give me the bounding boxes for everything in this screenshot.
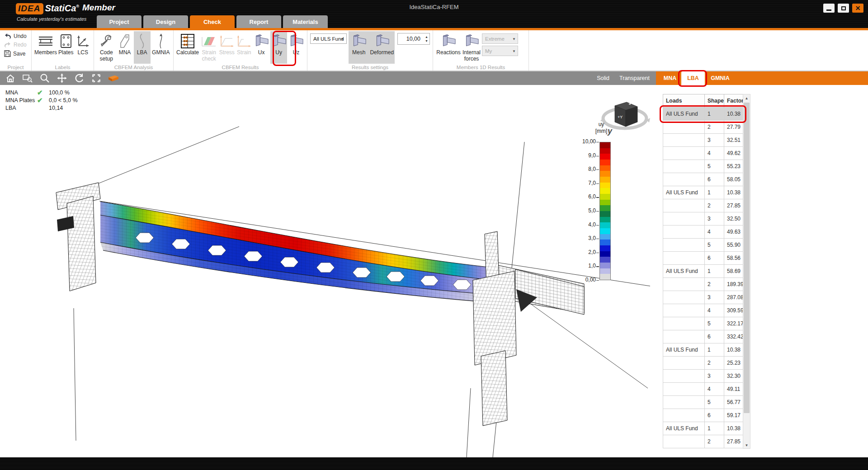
table-row[interactable]: All ULS Fund110.38	[663, 108, 745, 121]
tab-materials[interactable]: Materials	[283, 15, 328, 28]
table-row[interactable]: 4309.59	[663, 304, 745, 317]
extreme-combo[interactable]: Extreme▼	[482, 33, 518, 44]
tab-project[interactable]: Project	[97, 15, 142, 28]
strain-check-button[interactable]: Strain check	[200, 31, 218, 64]
reactions-button[interactable]: Reactions	[436, 31, 461, 64]
table-scrollbar[interactable]: ▲ ▼	[743, 94, 750, 449]
table-row[interactable]: 658.05	[663, 173, 745, 186]
table-cell: 5	[705, 239, 724, 252]
table-row[interactable]: 227.85	[663, 435, 745, 448]
load-case-combo[interactable]: All ULS Fund▼	[310, 33, 347, 44]
close-button[interactable]: ✕	[852, 4, 863, 13]
uz-button[interactable]: Uz	[288, 31, 304, 64]
table-cell: 3	[705, 291, 724, 304]
mesh-button[interactable]: Mesh	[349, 31, 369, 64]
gmnia-button[interactable]: GMNIA	[151, 31, 170, 64]
column-header-loads[interactable]: Loads	[663, 94, 705, 108]
uz-mesh-icon	[288, 33, 304, 50]
mna-button[interactable]: MNA	[117, 31, 132, 64]
table-row[interactable]: 6332.42	[663, 330, 745, 343]
panel-tab-mna[interactable]: MNA	[660, 71, 680, 85]
deformation-scale-spinner[interactable]: 10,00 ▲ ▼	[397, 33, 430, 45]
lba-button[interactable]: LBA	[134, 31, 151, 64]
table-row[interactable]: 659.17	[663, 409, 745, 422]
legend-band	[600, 194, 610, 200]
members-button[interactable]: Members	[34, 31, 57, 64]
zoom-window-button[interactable]	[21, 73, 34, 84]
redo-button[interactable]: Redo	[3, 41, 28, 48]
table-row[interactable]: All ULS Fund158.69	[663, 265, 745, 278]
table-row[interactable]: All ULS Fund110.38	[663, 186, 745, 199]
table-row[interactable]: 555.23	[663, 160, 745, 173]
minimize-button[interactable]	[823, 4, 835, 13]
table-row[interactable]: 555.90	[663, 239, 745, 252]
table-row[interactable]: 2189.39	[663, 278, 745, 291]
clipping-brick-button[interactable]	[107, 73, 120, 84]
tab-design[interactable]: Design	[143, 15, 188, 28]
table-row[interactable]: 449.11	[663, 383, 745, 396]
table-row[interactable]: 3287.08	[663, 291, 745, 304]
table-row[interactable]: 227.85	[663, 199, 745, 212]
scroll-down-icon[interactable]: ▼	[743, 442, 750, 449]
ux-button[interactable]: Ux	[253, 31, 269, 64]
table-row[interactable]: All ULS Fund110.38	[663, 343, 745, 357]
ux-mesh-icon	[253, 33, 269, 50]
table-row[interactable]: 556.77	[663, 396, 745, 409]
table-cell	[663, 317, 705, 330]
table-row[interactable]: 5322.17	[663, 317, 745, 330]
spinner-up-icon[interactable]: ▲	[425, 35, 428, 38]
table-cell	[663, 160, 705, 173]
maximize-button[interactable]	[838, 4, 849, 13]
uy-button[interactable]: Uy	[270, 31, 287, 64]
group-label-members-1d: Members 1D Results	[433, 65, 528, 70]
column-header-shape[interactable]: Shape	[705, 94, 724, 108]
table-row[interactable]: 658.56	[663, 252, 745, 265]
table-row[interactable]: 332.50	[663, 212, 745, 226]
table-row[interactable]: 332.51	[663, 134, 745, 147]
table-row[interactable]: 449.63	[663, 226, 745, 239]
tab-check[interactable]: Check	[190, 15, 235, 28]
legend-band	[600, 257, 610, 263]
strain-button[interactable]: Strain	[236, 31, 252, 64]
3d-viewport[interactable]: MNA✔100,0 %MNA Plates✔0,0 < 5,0 %LBA10,1…	[0, 85, 656, 457]
table-row[interactable]: 449.62	[663, 147, 745, 160]
my-combo[interactable]: My▼	[482, 46, 518, 56]
solid-mode-button[interactable]: Solid	[597, 75, 609, 81]
spinner-down-icon[interactable]: ▼	[425, 39, 428, 42]
table-row[interactable]: 225.23	[663, 357, 745, 370]
scroll-up-icon[interactable]: ▲	[743, 94, 750, 102]
internal-forces-button[interactable]: Internal forces	[461, 31, 482, 64]
transparent-mode-button[interactable]: Transparent	[619, 75, 650, 81]
table-cell: 6	[705, 173, 724, 186]
zoom-fit-button[interactable]	[90, 73, 103, 84]
home-view-button[interactable]	[4, 73, 17, 84]
rotate-button[interactable]	[72, 73, 86, 84]
tab-report[interactable]: Report	[236, 15, 281, 28]
ribbon-group-cbfem-analysis: Code setup MNA LBA GMNIA CBFEM Analysis	[94, 30, 174, 70]
panel-tab-gmnia[interactable]: GMNIA	[708, 71, 733, 85]
zoom-button[interactable]	[38, 73, 52, 84]
table-row[interactable]: 227.79	[663, 121, 745, 134]
table-cell	[663, 121, 705, 134]
legend-band	[600, 251, 610, 257]
scrollbar-thumb[interactable]	[744, 103, 750, 413]
plates-button[interactable]: Plates	[58, 31, 74, 64]
table-cell: 5	[705, 160, 724, 173]
stress-button[interactable]: Stress	[219, 31, 235, 64]
pan-button[interactable]	[55, 73, 69, 84]
table-row[interactable]: 332.30	[663, 370, 745, 383]
panel-tab-lba[interactable]: LBA	[681, 71, 705, 85]
result-legend: uy [mm] 10,009,08,07,06,05,04,03,02,01,0…	[561, 121, 624, 406]
table-cell: 287.08	[724, 291, 745, 304]
column-header-factor[interactable]: Factor	[724, 94, 745, 108]
deformed-button[interactable]: Deformed	[369, 31, 395, 64]
code-setup-button[interactable]: Code setup	[97, 31, 116, 64]
table-cell: 6	[705, 409, 724, 422]
undo-button[interactable]: Undo	[3, 33, 28, 40]
home-icon	[5, 74, 15, 83]
table-row[interactable]: All ULS Fund110.38	[663, 422, 745, 435]
save-button[interactable]: Save	[3, 50, 28, 57]
calculate-button[interactable]: Calculate	[176, 31, 199, 64]
table-cell: 332.42	[724, 330, 745, 343]
lcs-button[interactable]: LCS	[75, 31, 91, 64]
